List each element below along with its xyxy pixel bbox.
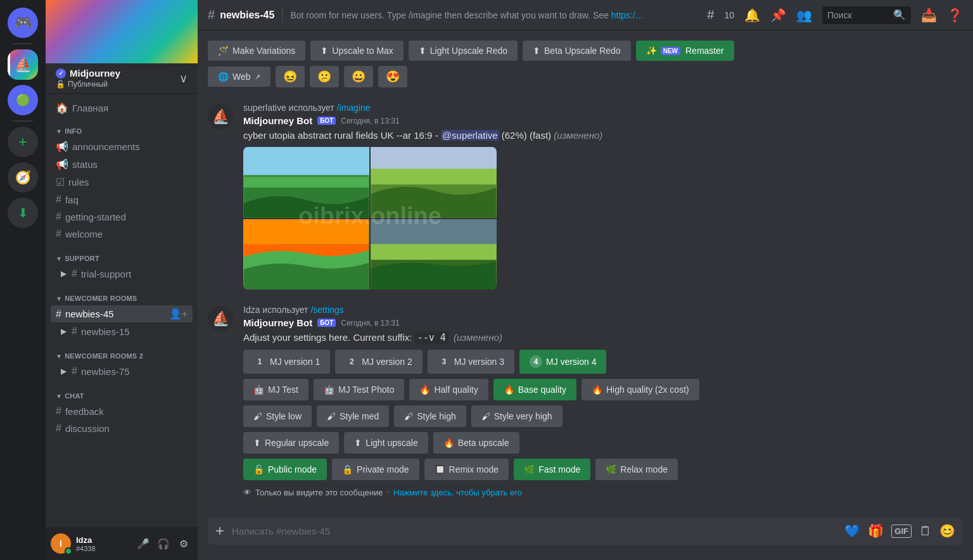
image-svg-2 xyxy=(371,147,497,218)
channel-feedback[interactable]: # feedback xyxy=(51,403,193,419)
base-quality-button[interactable]: 🔥 Base quality xyxy=(493,379,576,400)
channel-welcome[interactable]: # welcome xyxy=(51,226,193,242)
v3-num: 3 xyxy=(438,355,450,368)
gift-icon[interactable]: 🎁 xyxy=(868,523,884,538)
style-low-button[interactable]: 🖌 Style low xyxy=(243,405,312,427)
channel-newbies-75[interactable]: ▶ # newbies-75 xyxy=(51,363,193,379)
channel-trial-support[interactable]: ▶ # trial-support xyxy=(51,265,193,282)
verified-badge: ✓ xyxy=(56,68,66,79)
section-arrow-support: ▼ xyxy=(56,255,62,262)
regular-upscale-button[interactable]: ⬆ Regular upscale xyxy=(243,432,339,454)
style-very-high-button[interactable]: 🖌 Style very high xyxy=(471,405,563,427)
mute-button[interactable]: 🎤 xyxy=(134,535,152,552)
pin-icon[interactable]: 📌 xyxy=(770,8,786,23)
upscale-to-max-button[interactable]: ⬆ Upscale to Max xyxy=(310,41,403,61)
high-quality-button[interactable]: 🔥 High quality (2x cost) xyxy=(582,379,699,400)
gif-button[interactable]: GIF xyxy=(891,525,912,538)
light-upscale-icon: ⬆ xyxy=(354,438,362,448)
remaster-button[interactable]: ✨ NEW Remaster xyxy=(636,41,734,61)
nitro-gift-icon[interactable]: 💙 xyxy=(844,523,860,538)
emoji-reaction-4[interactable]: 😍 xyxy=(378,66,407,87)
add-server-button[interactable]: + xyxy=(8,127,38,157)
image-svg-3 xyxy=(243,219,369,290)
add-attachment-button[interactable]: + xyxy=(215,522,224,540)
emoji-picker-button[interactable]: 😊 xyxy=(939,523,955,538)
relax-mode-button[interactable]: 🌿 Relax mode xyxy=(595,459,678,480)
section-header-chat[interactable]: ▼ CHAT xyxy=(46,382,198,402)
mj-test-photo-button[interactable]: 🤖 MJ Test Photo xyxy=(314,379,404,400)
download-app-button[interactable]: ⬇ xyxy=(8,198,38,228)
style-high-button[interactable]: 🖌 Style high xyxy=(394,405,466,427)
section-header-info[interactable]: ▼ INFO xyxy=(46,117,198,137)
beta-upscale-button[interactable]: 🔥 Beta upscale xyxy=(433,432,519,454)
light-upscale-redo-icon: ⬆ xyxy=(419,46,426,56)
light-upscale-redo-button[interactable]: ⬆ Light Upscale Redo xyxy=(409,41,518,61)
emoji-reaction-1[interactable]: 😖 xyxy=(276,66,305,87)
variations-icon: 🪄 xyxy=(218,46,229,56)
channel-faq[interactable]: # faq xyxy=(51,191,193,208)
search-icon: 🔍 xyxy=(893,9,906,21)
section-header-nr[interactable]: ▼ NEWCOMER ROOMS xyxy=(46,284,198,305)
hash-icon-gs: # xyxy=(56,211,61,222)
midjourney-server-icon[interactable]: ⛵ xyxy=(8,49,38,80)
server-header[interactable]: ✓ Midjourney 🔓 Публичный ∨ xyxy=(46,63,198,94)
section-header-support[interactable]: ▼ SUPPORT xyxy=(46,245,198,265)
private-mode-icon: 🔒 xyxy=(342,464,353,474)
section-chat: ▼ CHAT # feedback # discussion xyxy=(46,382,198,436)
emoji-reaction-2[interactable]: 😕 xyxy=(310,66,339,87)
message-bot-header-1: Midjourney Bot БОТ Сегодня, в 13:31 xyxy=(243,115,963,126)
remix-mode-button[interactable]: 🔲 Remix mode xyxy=(424,459,509,480)
deafen-button[interactable]: 🎧 xyxy=(155,535,172,552)
channel-announcements[interactable]: 📢 announcements xyxy=(51,138,193,155)
half-quality-button[interactable]: 🔥 Half quality xyxy=(409,379,488,400)
channel-status[interactable]: 📢 status xyxy=(51,156,193,173)
members-icon[interactable]: 👥 xyxy=(796,8,812,23)
mj-version-1-button[interactable]: 1 MJ version 1 xyxy=(243,350,330,374)
channel-newbies-45[interactable]: # newbies-45 👤+ xyxy=(51,305,193,322)
sticker-icon[interactable]: 🗒 xyxy=(919,524,932,538)
section-arrow: ▼ xyxy=(56,128,62,135)
message-input[interactable] xyxy=(232,519,837,543)
nav-home[interactable]: 🏠 Главная xyxy=(51,99,193,117)
add-member-icon[interactable]: 👤+ xyxy=(169,308,188,320)
web-button[interactable]: 🌐 Web ↗ xyxy=(208,67,270,87)
bell-icon[interactable]: 🔔 xyxy=(744,8,760,23)
section-newcomer-rooms: ▼ NEWCOMER ROOMS # newbies-45 👤+ ▶ # new… xyxy=(46,284,198,340)
private-mode-button[interactable]: 🔒 Private mode xyxy=(332,459,419,480)
sidebar-footer: I Idza #4338 🎤 🎧 ⚙ xyxy=(46,527,198,560)
light-upscale-button[interactable]: ⬆ Light upscale xyxy=(344,432,428,454)
emoji-reaction-3[interactable]: 😀 xyxy=(344,66,373,87)
beta-upscale-redo-button[interactable]: ⬆ Beta Upscale Redo xyxy=(523,41,631,61)
server-divider xyxy=(13,43,33,44)
mj-version-4-button[interactable]: 4 MJ version 4 xyxy=(519,350,606,374)
user-settings-button[interactable]: ⚙ xyxy=(175,535,193,552)
channel-discussion[interactable]: # discussion xyxy=(51,420,193,436)
topic-link[interactable]: https:/... xyxy=(611,10,643,20)
make-variations-button[interactable]: 🪄 Make Variations xyxy=(208,41,305,61)
hash-icon-fb: # xyxy=(56,405,61,417)
discover-server-button[interactable]: 🧭 xyxy=(8,162,38,193)
image-cell-2 xyxy=(371,147,497,218)
mj-test-button[interactable]: 🤖 MJ Test xyxy=(243,379,308,400)
v1-num: 1 xyxy=(253,355,266,368)
channel-newbies-15[interactable]: ▶ # newbies-15 xyxy=(51,323,193,340)
channel-rules[interactable]: ☑ rules xyxy=(51,174,193,191)
channel-getting-started[interactable]: # getting-started xyxy=(51,208,193,225)
other-server-icon-1[interactable]: 🟢 xyxy=(8,85,38,115)
discord-server-icon[interactable]: 🎮 xyxy=(8,8,38,38)
help-icon[interactable]: ❓ xyxy=(947,8,963,23)
search-input[interactable] xyxy=(827,10,888,20)
fast-mode-button[interactable]: 🌿 Fast mode xyxy=(514,459,590,480)
mj-version-2-button[interactable]: 2 MJ version 2 xyxy=(335,350,422,374)
dismiss-link[interactable]: Нажмите здесь, чтобы убрать его xyxy=(393,488,522,497)
mj-version-3-button[interactable]: 3 MJ version 3 xyxy=(428,350,514,374)
message-content-1: superlative использует /imagine Midjourn… xyxy=(243,103,963,290)
section-header-nr2[interactable]: ▼ NEWCOMER ROOMS 2 xyxy=(46,342,198,362)
username: Idza xyxy=(76,535,129,545)
style-med-icon: 🖌 xyxy=(327,411,336,421)
style-med-button[interactable]: 🖌 Style med xyxy=(317,405,389,427)
public-mode-button[interactable]: 🔓 Public mode xyxy=(243,459,327,480)
search-bar[interactable]: 🔍 xyxy=(822,6,911,24)
upscale-buttons-row: ⬆ Regular upscale ⬆ Light upscale 🔥 Beta… xyxy=(243,432,963,454)
inbox-icon[interactable]: 📥 xyxy=(921,8,937,23)
